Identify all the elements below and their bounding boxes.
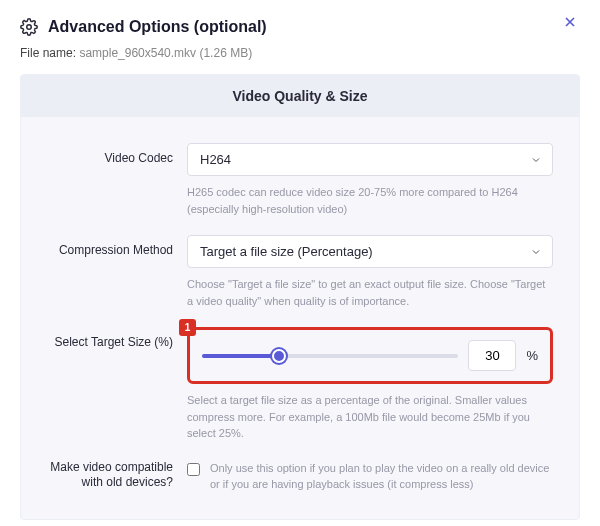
row-compat: Make video compatible with old devices? … bbox=[21, 460, 579, 493]
slider-fill bbox=[202, 354, 279, 358]
method-help: Choose "Target a file size" to get an ex… bbox=[187, 276, 553, 309]
chevron-down-icon bbox=[530, 246, 542, 258]
file-name: sample_960x540.mkv bbox=[79, 46, 196, 60]
slider-thumb[interactable] bbox=[272, 349, 286, 363]
codec-value: H264 bbox=[200, 152, 231, 167]
row-method: Compression Method Target a file size (P… bbox=[21, 235, 579, 309]
settings-panel: Video Quality & Size Video Codec H264 H2… bbox=[20, 74, 580, 520]
target-slider[interactable] bbox=[202, 354, 458, 358]
svg-point-0 bbox=[27, 25, 32, 30]
panel-title: Video Quality & Size bbox=[21, 75, 579, 117]
row-target: Select Target Size (%) 1 % Select a targ… bbox=[21, 327, 579, 442]
target-slider-group: 1 % bbox=[187, 327, 553, 384]
file-size: (1.26 MB) bbox=[199, 46, 252, 60]
close-button[interactable] bbox=[562, 14, 578, 30]
modal-title: Advanced Options (optional) bbox=[48, 18, 267, 36]
target-help: Select a target file size as a percentag… bbox=[187, 392, 553, 442]
method-select[interactable]: Target a file size (Percentage) bbox=[187, 235, 553, 268]
compat-label: Make video compatible with old devices? bbox=[47, 460, 187, 491]
codec-help: H265 codec can reduce video size 20-75% … bbox=[187, 184, 553, 217]
file-info: File name: sample_960x540.mkv (1.26 MB) bbox=[20, 46, 580, 60]
compat-checkbox-group[interactable]: Only use this option if you plan to play… bbox=[187, 460, 553, 493]
method-label: Compression Method bbox=[47, 235, 187, 259]
codec-label: Video Codec bbox=[47, 143, 187, 167]
row-codec: Video Codec H264 H265 codec can reduce v… bbox=[21, 143, 579, 217]
advanced-options-modal: Advanced Options (optional) File name: s… bbox=[0, 0, 600, 526]
target-label: Select Target Size (%) bbox=[47, 327, 187, 351]
codec-select[interactable]: H264 bbox=[187, 143, 553, 176]
compat-checkbox[interactable] bbox=[187, 462, 200, 477]
target-value-input[interactable] bbox=[468, 340, 516, 371]
method-value: Target a file size (Percentage) bbox=[200, 244, 373, 259]
compat-help: Only use this option if you plan to play… bbox=[210, 460, 553, 493]
gear-icon bbox=[20, 18, 38, 36]
modal-header: Advanced Options (optional) bbox=[20, 18, 580, 36]
file-label: File name: bbox=[20, 46, 76, 60]
percent-sign: % bbox=[526, 348, 538, 363]
chevron-down-icon bbox=[530, 154, 542, 166]
callout-badge: 1 bbox=[179, 319, 196, 336]
